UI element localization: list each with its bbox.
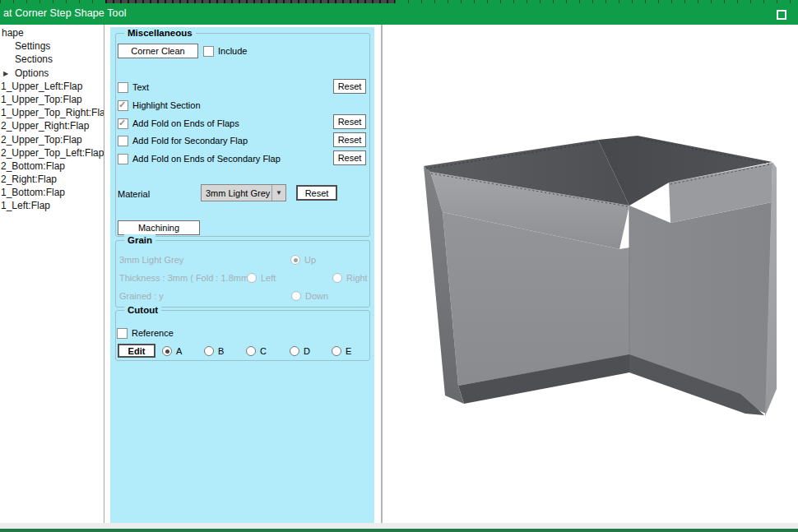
machining-button[interactable]: Machining — [118, 220, 200, 235]
radio-circle[interactable] — [332, 346, 341, 356]
grain-left-radio: Left — [247, 272, 276, 284]
tree-item-flap[interactable]: 1_Upper_Left:Flap — [0, 80, 104, 93]
radio-circle[interactable] — [246, 346, 256, 356]
reset-fold-ends-button[interactable]: Reset — [333, 114, 366, 129]
reset-fold-secondary-button[interactable]: Reset — [333, 132, 366, 147]
tree-item-flap[interactable]: 1_Left:Flap — [0, 199, 104, 212]
cutout-d-radio[interactable]: D — [290, 345, 310, 357]
radio-circle — [332, 273, 342, 283]
group-grain: Grain 3mm Light Grey Thickness : 3mm ( F… — [115, 240, 370, 308]
cutout-a-radio[interactable]: A — [162, 345, 182, 357]
add-fold-ends-flaps-checkbox[interactable]: Add Fold on Ends of Flaps — [118, 118, 239, 129]
radio-circle[interactable] — [290, 346, 299, 356]
tree-item-flap[interactable]: 2_Upper_Top:Flap — [0, 133, 104, 146]
reset-fold-ends-secondary-button[interactable]: Reset — [333, 150, 366, 165]
add-fold-secondary-checkbox[interactable]: Add Fold for Secondary Flap — [118, 135, 248, 146]
tree-item-flap[interactable]: 1_Upper_Top_Right:Flap — [0, 106, 104, 119]
reset-text-button[interactable]: Reset — [333, 79, 366, 94]
grain-material-text: 3mm Light Grey — [119, 255, 183, 265]
grain-right-radio: Right — [332, 272, 368, 284]
grain-up-radio: Up — [290, 254, 316, 266]
text-checkbox[interactable]: Text — [118, 81, 149, 93]
checkbox-box[interactable] — [117, 328, 128, 339]
group-miscellaneous: Miscellaneous Corner Clean Include Text … — [115, 33, 370, 237]
selection-arrow-icon: ▶ — [0, 67, 15, 81]
include-checkbox[interactable]: Include — [203, 45, 247, 57]
reference-checkbox[interactable]: Reference — [117, 327, 174, 339]
tree-item-flap[interactable]: 2_Upper_Top_Left:Flap — [0, 146, 104, 160]
chevron-down-icon[interactable]: ▼ — [271, 185, 285, 201]
tree-item-settings[interactable]: Settings — [0, 39, 104, 53]
radio-circle — [290, 255, 300, 265]
cutout-b-radio[interactable]: B — [204, 345, 224, 357]
radio-circle — [291, 291, 301, 301]
highlight-section-checkbox[interactable]: Highlight Section — [118, 99, 201, 111]
checkbox-box[interactable] — [118, 100, 128, 111]
3d-viewport[interactable] — [381, 25, 798, 523]
bottom-green-line — [0, 529, 798, 532]
material-value: 3mm Light Grey — [202, 186, 271, 201]
group-title: Grain — [124, 234, 155, 246]
cutout-e-radio[interactable]: E — [332, 345, 351, 357]
material-dropdown[interactable]: 3mm Light Grey ▼ — [201, 184, 286, 201]
app-window: at Corner Step Shape Tool hape Settings … — [0, 0, 798, 532]
tree-item-flap[interactable]: 1_Upper_Top:Flap — [0, 93, 104, 106]
radio-circle[interactable] — [204, 346, 214, 356]
material-label: Material — [118, 189, 150, 199]
bottom-grey-strip — [0, 523, 798, 529]
options-panel: Miscellaneous Corner Clean Include Text … — [110, 27, 374, 523]
group-cutout: Cutout Reference Edit A B C D — [115, 310, 370, 361]
maximize-icon[interactable] — [777, 10, 786, 20]
tree-item-flap[interactable]: 2_Upper_Right:Flap — [0, 119, 104, 132]
tree-item-flap[interactable]: 2_Bottom:Flap — [0, 160, 104, 173]
checkbox-box[interactable] — [118, 136, 128, 146]
tree-item-sections[interactable]: Sections — [0, 53, 104, 66]
group-title: Cutout — [124, 304, 161, 316]
corner-clean-button[interactable]: Corner Clean — [118, 44, 198, 58]
grain-down-radio: Down — [291, 290, 328, 302]
window-title: at Corner Step Shape Tool — [3, 7, 127, 19]
tree-item-flap[interactable]: 1_Bottom:Flap — [0, 186, 104, 199]
add-fold-ends-secondary-checkbox[interactable]: Add Fold on Ends of Secondary Flap — [118, 153, 281, 164]
checkbox-box[interactable] — [203, 46, 214, 57]
tree-item-flap[interactable]: 2_Right:Flap — [0, 173, 104, 186]
checkbox-box[interactable] — [118, 118, 128, 129]
reset-material-button[interactable]: Reset — [296, 185, 337, 201]
grain-thickness-text: Thickness : 3mm ( Fold : 1.8mm ) — [119, 273, 254, 283]
edit-button[interactable]: Edit — [118, 344, 155, 358]
radio-circle[interactable] — [162, 346, 172, 356]
cutout-c-radio[interactable]: C — [246, 345, 267, 357]
shape-tree-panel: hape Settings Sections ▶Options 1_Upper_… — [0, 25, 104, 523]
tree-item-options[interactable]: ▶Options — [0, 67, 104, 80]
window-titlebar: at Corner Step Shape Tool — [0, 3, 798, 25]
checkbox-box[interactable] — [118, 154, 128, 164]
checkbox-box[interactable] — [118, 82, 128, 93]
group-title: Miscellaneous — [124, 27, 196, 39]
tree-item-shape[interactable]: hape — [0, 26, 104, 39]
grain-grained-text: Grained : y — [119, 291, 164, 301]
radio-circle — [247, 273, 257, 283]
